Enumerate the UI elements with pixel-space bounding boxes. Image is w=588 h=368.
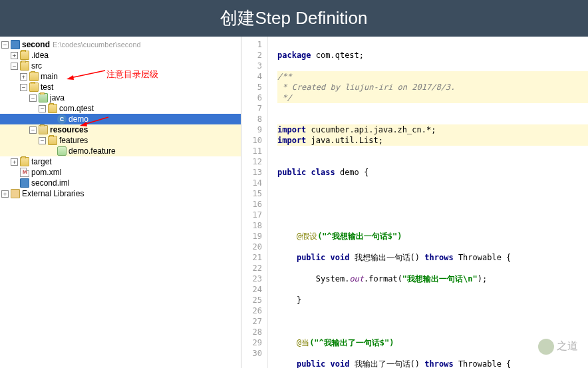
- arrow-icon: [65, 69, 108, 81]
- annotation-text: 注意目录层级: [106, 69, 158, 81]
- folder-icon: [29, 83, 39, 92]
- tree-item-target[interactable]: + target: [0, 156, 241, 167]
- tree-item-extlib[interactable]: + External Libraries: [0, 188, 241, 199]
- tree-label: target: [31, 157, 52, 166]
- collapse-icon[interactable]: −: [39, 105, 46, 112]
- tree-label: main: [41, 72, 58, 81]
- arrow-icon: [78, 115, 112, 127]
- folder-icon: [48, 136, 57, 145]
- tree-item-demo[interactable]: C demo: [0, 114, 241, 124]
- tree-item-feature-file[interactable]: demo.feature: [0, 146, 241, 156]
- page-title: 创建Step Definition: [0, 0, 588, 37]
- tree-label: second: [22, 40, 50, 49]
- main-area: − second E:\codes\cucumber\second + .ide…: [0, 37, 588, 368]
- tree-root[interactable]: − second E:\codes\cucumber\second: [0, 39, 241, 50]
- code-area[interactable]: package com.qtest; /** * Created by liuj…: [268, 37, 588, 368]
- tree-item-features[interactable]: − features: [0, 135, 241, 146]
- svg-marker-3: [80, 122, 87, 126]
- spacer: [11, 180, 18, 187]
- class-icon: C: [57, 114, 67, 124]
- expand-icon[interactable]: +: [1, 190, 9, 198]
- tree-item-resources[interactable]: − resources: [0, 124, 241, 135]
- folder-icon: [20, 61, 29, 71]
- tree-item-java[interactable]: − java: [0, 92, 241, 103]
- tree-path: E:\codes\cucumber\second: [53, 41, 141, 49]
- expand-icon[interactable]: +: [20, 73, 27, 81]
- tree-label: second.iml: [31, 178, 69, 188]
- collapse-icon[interactable]: −: [11, 63, 18, 70]
- folder-icon: [39, 125, 48, 134]
- tree-label: test: [41, 83, 53, 92]
- collapse-icon[interactable]: −: [29, 126, 37, 134]
- module-icon: [11, 40, 20, 49]
- tree-item-idea[interactable]: + .idea: [0, 50, 241, 61]
- folder-icon: [20, 157, 29, 166]
- folder-icon: [29, 72, 39, 81]
- svg-line-0: [71, 71, 105, 78]
- tree-item-test[interactable]: − test: [0, 82, 241, 92]
- tree-label: External Libraries: [22, 189, 84, 198]
- xml-icon: [20, 168, 29, 177]
- tree-item-package[interactable]: − com.qtest: [0, 103, 241, 114]
- watermark-icon: [538, 339, 554, 355]
- tree-item-iml[interactable]: second.iml: [0, 178, 241, 188]
- collapse-icon[interactable]: −: [29, 94, 37, 102]
- tree-label: com.qtest: [59, 104, 94, 113]
- watermark-text: 之道: [557, 340, 578, 351]
- library-icon: [11, 189, 20, 198]
- tree-label: .idea: [31, 51, 49, 60]
- spacer: [11, 169, 18, 176]
- module-icon: [20, 178, 29, 188]
- collapse-icon[interactable]: −: [1, 41, 9, 49]
- package-icon: [48, 104, 57, 113]
- folder-icon: [39, 93, 48, 102]
- expand-icon[interactable]: +: [11, 52, 18, 59]
- spacer: [48, 116, 55, 123]
- svg-line-2: [84, 117, 108, 124]
- tree-item-pom[interactable]: pom.xml: [0, 167, 241, 178]
- tree-label: features: [59, 136, 88, 145]
- tree-label: demo.feature: [69, 146, 116, 156]
- svg-marker-1: [67, 75, 74, 80]
- project-tree[interactable]: − second E:\codes\cucumber\second + .ide…: [0, 37, 241, 368]
- tree-label: pom.xml: [31, 168, 61, 177]
- watermark: 之道: [538, 339, 578, 355]
- collapse-icon[interactable]: −: [20, 84, 27, 91]
- spacer: [48, 148, 55, 155]
- code-editor[interactable]: 1234567891011121314151617181920212223242…: [241, 37, 588, 368]
- expand-icon[interactable]: +: [11, 158, 18, 166]
- tree-label: src: [31, 61, 42, 71]
- folder-icon: [20, 51, 29, 60]
- tree-label: java: [50, 93, 65, 102]
- line-gutter: 1234567891011121314151617181920212223242…: [241, 37, 268, 368]
- collapse-icon[interactable]: −: [39, 137, 46, 144]
- feature-icon: [57, 146, 67, 156]
